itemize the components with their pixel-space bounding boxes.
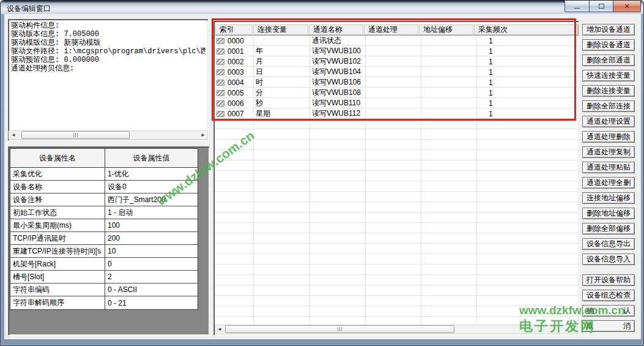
open-device-help-button[interactable]: 打开设备帮助 <box>582 274 635 286</box>
property-value-header: 设备属性值 <box>105 149 198 167</box>
driver-info-hscrollbar[interactable]: ◄ ► <box>9 130 208 140</box>
driver-info-panel: 驱动构件信息: 驱动版本信息: 7.005000 驱动模版信息: 新驱动模版 驱… <box>8 19 209 141</box>
scroll-right-icon[interactable]: ► <box>199 131 207 139</box>
table-row[interactable]: 设备名称设备0 <box>10 181 198 194</box>
table-row[interactable]: 字符串编码0 - ASCII <box>10 284 198 296</box>
channel-process-set-button[interactable]: 通道处理设置 <box>582 116 635 127</box>
property-value[interactable]: 西门子_Smart200 <box>105 194 198 206</box>
minimize-icon: — <box>574 5 580 11</box>
table-row[interactable]: TCP/IP通讯延时200 <box>10 232 198 245</box>
highlight-rectangle <box>212 18 576 121</box>
property-name: 设备注释 <box>10 194 105 206</box>
delete-all-channels-button[interactable]: 删除全部通道 <box>582 55 635 66</box>
close-icon: ✕ <box>624 2 629 10</box>
scrollbar-thumb[interactable] <box>225 325 454 333</box>
device-info-import-button[interactable]: 设备信息导入 <box>582 254 635 265</box>
table-row[interactable]: 采集优化1-优化 <box>10 168 198 181</box>
minimize-button[interactable]: — <box>564 1 590 12</box>
property-table-header: 设备属性名 设备属性值 <box>10 149 198 168</box>
property-name: 最小采集周期(ms) <box>10 219 105 231</box>
channel-process-copy-button[interactable]: 通道处理复制 <box>582 146 635 158</box>
driver-info-line: 驱动文件路径: i:\mcgspro\program\drivers\plc\西 <box>11 47 205 56</box>
property-value[interactable]: 10 <box>105 245 198 257</box>
channel-table-hscrollbar[interactable]: ◄ ► <box>215 325 578 334</box>
property-value[interactable]: 0 - 21 <box>105 296 198 309</box>
dialog-client-area: 驱动构件信息: 驱动版本信息: 7.005000 驱动模版信息: 新驱动模版 驱… <box>4 14 641 339</box>
delete-address-offset-button[interactable]: 删除地址偏移 <box>582 208 635 219</box>
scroll-left-icon[interactable]: ◄ <box>9 131 18 139</box>
property-name: 槽号[Slot] <box>10 271 105 283</box>
table-row[interactable]: 重建TCP/IP连接等待时间[s10 <box>10 245 198 258</box>
property-name: 设备名称 <box>10 181 105 193</box>
property-name: 采集优化 <box>10 168 105 180</box>
driver-info-line: 驱动预留信息: 0.000000 <box>11 56 205 64</box>
device-info-export-button[interactable]: 设备信息导出 <box>582 238 635 250</box>
driver-info-line: 驱动构件信息: <box>11 21 205 30</box>
channel-process-delete-all-button[interactable]: 通道处理全删 <box>582 177 635 189</box>
delete-connect-variable-button[interactable]: 删除连接变量 <box>582 85 635 97</box>
device-properties-panel: 设备属性名 设备属性值 采集优化1-优化 设备名称设备0 设备注释西门子_Sma… <box>8 146 210 336</box>
property-name: 机架号[Rack] <box>10 258 105 270</box>
driver-info-line: 驱动模版信息: 新驱动模版 <box>11 39 205 47</box>
channel-actions-column: 增加设备通道 删除设备通道 删除全部通道 快速连接变量 删除连接变量 删除全部连… <box>582 24 635 265</box>
titlebar[interactable]: 设备编辑窗口 — ✕ <box>1 1 643 14</box>
property-name: TCP/IP通讯延时 <box>10 232 105 244</box>
scroll-left-icon[interactable]: ◄ <box>215 325 224 333</box>
driver-info-line: 驱动版本信息: 7.005000 <box>11 30 205 39</box>
scroll-right-icon[interactable]: ► <box>569 325 577 333</box>
close-button[interactable]: ✕ <box>613 1 641 12</box>
device-config-check-button[interactable]: 设备组态检查 <box>582 290 635 301</box>
property-name: 初始工作状态 <box>10 206 105 219</box>
property-name: 字符串编码 <box>10 284 105 296</box>
table-row[interactable]: 字符串解码顺序0 - 21 <box>10 296 198 309</box>
dialog-actions-column: 打开设备帮助 设备组态检查 确 认 取 消 <box>582 274 635 332</box>
cancel-button[interactable]: 取 消 <box>582 320 635 332</box>
thumb-grip-icon <box>73 133 78 137</box>
window-title: 设备编辑窗口 <box>7 4 51 14</box>
connect-address-offset-button[interactable]: 连接地址偏移 <box>582 192 635 204</box>
property-value[interactable]: 100 <box>105 219 198 231</box>
driver-info-line: 通道处理拷贝信息: <box>11 64 205 73</box>
quick-connect-variable-button[interactable]: 快速连接变量 <box>582 70 635 81</box>
property-value[interactable]: 2 <box>105 271 198 283</box>
channel-process-paste-button[interactable]: 通道处理粘贴 <box>582 162 635 173</box>
confirm-button[interactable]: 确 认 <box>582 305 635 317</box>
driver-info-text: 驱动构件信息: 驱动版本信息: 7.005000 驱动模版信息: 新驱动模版 驱… <box>11 21 205 73</box>
property-name: 重建TCP/IP连接等待时间[s <box>10 245 105 257</box>
table-row[interactable]: 初始工作状态1 - 启动 <box>10 206 198 219</box>
thumb-grip-icon <box>338 327 342 331</box>
property-value[interactable]: 设备0 <box>105 181 198 193</box>
maximize-button[interactable] <box>589 1 613 12</box>
property-value[interactable]: 0 - ASCII <box>105 284 198 296</box>
table-row[interactable]: 机架号[Rack]0 <box>10 258 198 271</box>
property-name-header: 设备属性名 <box>10 149 105 167</box>
property-value[interactable]: 0 <box>105 258 198 270</box>
delete-device-channel-button[interactable]: 删除设备通道 <box>582 39 635 51</box>
window-controls: — ✕ <box>565 1 641 12</box>
property-value[interactable]: 1 - 启动 <box>105 206 198 219</box>
device-properties-table: 设备属性名 设备属性值 采集优化1-优化 设备名称设备0 设备注释西门子_Sma… <box>10 148 198 310</box>
table-row[interactable]: 最小采集周期(ms)100 <box>10 219 198 232</box>
table-row[interactable]: 设备注释西门子_Smart200 <box>10 194 198 206</box>
device-edit-window: 设备编辑窗口 — ✕ 驱动构件信息: 驱动版本信息: 7.005000 驱动模版… <box>0 0 644 346</box>
add-device-channel-button[interactable]: 增加设备通道 <box>582 24 635 36</box>
property-value[interactable]: 1-优化 <box>105 168 198 180</box>
channel-process-delete-button[interactable]: 通道处理删除 <box>582 131 635 143</box>
maximize-icon <box>599 4 604 9</box>
delete-all-offsets-button[interactable]: 删除全部偏移 <box>582 223 635 235</box>
delete-all-connections-button[interactable]: 删除全部连接 <box>582 100 635 112</box>
scrollbar-thumb[interactable] <box>21 131 130 139</box>
property-name: 字符串解码顺序 <box>10 296 105 309</box>
property-value[interactable]: 200 <box>105 232 198 244</box>
table-row[interactable]: 槽号[Slot]2 <box>10 271 198 284</box>
